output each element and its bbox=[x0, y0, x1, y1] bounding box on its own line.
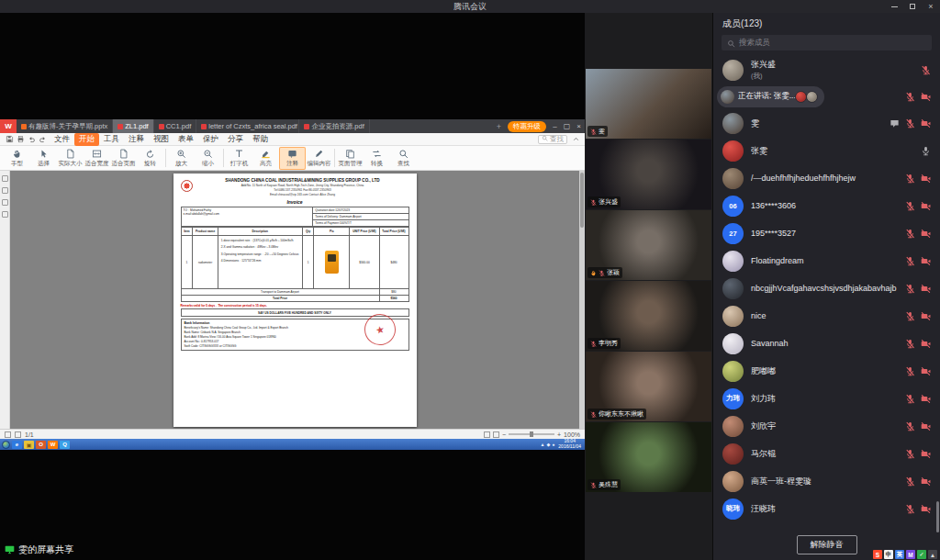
tray-icon[interactable]: 中 bbox=[884, 550, 893, 559]
member-row[interactable]: 商英一班-程雯璇 bbox=[713, 467, 940, 495]
cam-off-icon[interactable] bbox=[921, 118, 931, 129]
close-button[interactable]: × bbox=[922, 0, 940, 13]
tray-icon[interactable]: ▲ bbox=[928, 550, 937, 559]
pdf-close-button[interactable]: × bbox=[573, 119, 585, 133]
taskbar-app-icon[interactable]: W bbox=[48, 441, 58, 449]
menu-item[interactable]: 表单 bbox=[173, 133, 198, 146]
status-icon-2[interactable] bbox=[15, 431, 21, 438]
menu-item[interactable]: 帮助 bbox=[248, 133, 273, 146]
mic-off-icon[interactable] bbox=[905, 174, 915, 184]
chevron-up-icon[interactable] bbox=[570, 134, 581, 144]
menu-item[interactable]: 工具 bbox=[99, 133, 124, 146]
mic-off-icon[interactable] bbox=[905, 366, 915, 376]
status-icon-1[interactable] bbox=[5, 431, 11, 438]
mic-off-icon[interactable] bbox=[905, 421, 915, 431]
toolbar-button[interactable]: 适合宽度 bbox=[84, 147, 110, 170]
speaking-indicator-pill[interactable]: 正在讲话: 张雯... bbox=[717, 86, 824, 107]
start-button[interactable] bbox=[2, 441, 10, 449]
document-tab[interactable]: 企业竞拍资源.pdf bbox=[299, 119, 370, 133]
member-row[interactable]: 刘欣宇 bbox=[713, 412, 940, 440]
attachments-panel-icon[interactable] bbox=[2, 211, 8, 218]
cam-off-icon[interactable] bbox=[921, 339, 931, 349]
member-row[interactable]: 雯 bbox=[713, 109, 940, 137]
mic-off-icon[interactable] bbox=[905, 311, 915, 321]
video-tile[interactable]: 雯 bbox=[586, 69, 711, 139]
member-row[interactable]: 马尔锟 bbox=[713, 440, 940, 467]
mic-off-icon[interactable] bbox=[905, 229, 915, 239]
member-row[interactable]: 张雯 bbox=[713, 137, 940, 164]
toolbar-button[interactable]: 转换 bbox=[364, 147, 390, 170]
video-tile[interactable]: 吴殊慧 bbox=[586, 422, 711, 492]
video-tile[interactable]: 李明秀 bbox=[586, 281, 711, 351]
member-row[interactable]: /—duehfhfhjheduehfhfhjhejw bbox=[713, 164, 940, 192]
member-list-scrollbar[interactable] bbox=[936, 501, 939, 532]
toolbar-button[interactable]: 实际大小 bbox=[57, 147, 84, 170]
mic-off-icon[interactable] bbox=[905, 394, 915, 404]
pdf-search-box[interactable]: 查找 bbox=[538, 135, 567, 144]
pdf-maximize-button[interactable]: ▢ bbox=[561, 119, 573, 133]
member-row[interactable]: Savannah bbox=[713, 330, 940, 357]
tray-glyph[interactable]: ● bbox=[552, 442, 554, 447]
taskbar-app-icon[interactable]: Q bbox=[60, 441, 70, 449]
continuous-view-icon[interactable] bbox=[493, 431, 499, 438]
member-search-input[interactable]: 搜索成员 bbox=[722, 35, 932, 50]
toolbar-button[interactable]: 旋转 bbox=[137, 147, 163, 170]
cam-off-icon[interactable] bbox=[921, 476, 931, 487]
taskbar-app-icon[interactable]: e bbox=[12, 441, 22, 449]
member-row[interactable]: 张兴盛(我) bbox=[713, 56, 940, 84]
toolbar-button[interactable]: 放大 bbox=[168, 147, 195, 170]
cam-off-icon[interactable] bbox=[921, 311, 931, 321]
menu-item[interactable]: 视图 bbox=[149, 133, 173, 146]
toolbar-button[interactable]: 选择 bbox=[30, 147, 57, 170]
toolbar-button[interactable]: 手型 bbox=[4, 147, 30, 170]
mic-off-icon[interactable] bbox=[905, 476, 915, 487]
zoom-out-button[interactable]: − bbox=[502, 431, 506, 438]
mic-off-icon[interactable] bbox=[905, 118, 915, 129]
pdf-minimize-button[interactable]: – bbox=[549, 119, 561, 133]
menu-item[interactable]: 文件 bbox=[50, 133, 74, 146]
bookmarks-panel-icon[interactable] bbox=[2, 175, 8, 182]
menu-item[interactable]: 注释 bbox=[124, 133, 149, 146]
member-row[interactable]: 肥嘟嘟 bbox=[713, 357, 940, 385]
menu-item[interactable]: 保护 bbox=[198, 133, 223, 146]
cam-off-icon[interactable] bbox=[921, 504, 931, 514]
document-tab[interactable]: CC1.pdf bbox=[154, 119, 197, 133]
zoom-in-button[interactable]: + bbox=[557, 431, 561, 438]
cam-off-icon[interactable] bbox=[921, 256, 931, 266]
cam-off-icon[interactable] bbox=[921, 366, 931, 376]
undo-button[interactable] bbox=[26, 134, 37, 144]
tray-icon[interactable]: 英 bbox=[895, 550, 904, 559]
mic-off-icon[interactable] bbox=[921, 65, 931, 75]
toolbar-button[interactable]: 打字机 bbox=[226, 147, 252, 170]
mic-off-icon[interactable] bbox=[905, 284, 915, 294]
toolbar-button[interactable]: 适合页面 bbox=[110, 147, 137, 170]
member-row[interactable]: 力玮刘力玮 bbox=[713, 385, 940, 412]
document-tab[interactable]: letter of Czxts_africa seal.pdf bbox=[196, 119, 299, 133]
new-tab-button[interactable]: + bbox=[493, 119, 505, 133]
video-tile[interactable]: 你瞅东东不揪瞅 bbox=[586, 352, 711, 421]
menu-item[interactable]: 开始 bbox=[74, 133, 99, 146]
menu-item[interactable]: 分享 bbox=[223, 133, 248, 146]
mic-on-icon[interactable] bbox=[921, 146, 931, 156]
minimize-button[interactable] bbox=[885, 0, 903, 13]
unmute-button[interactable]: 解除静音 bbox=[797, 535, 857, 554]
upgrade-button[interactable]: 特惠升级 bbox=[508, 121, 546, 132]
cam-off-icon[interactable] bbox=[921, 421, 931, 431]
cam-off-icon[interactable] bbox=[921, 394, 931, 404]
toolbar-button[interactable]: 高亮 bbox=[252, 147, 279, 170]
single-page-view-icon[interactable] bbox=[484, 431, 490, 438]
comments-panel-icon[interactable] bbox=[2, 199, 8, 206]
mic-off-icon[interactable] bbox=[905, 256, 915, 266]
taskbar-clock[interactable]: 16:04 2016/11/04 bbox=[556, 439, 583, 450]
toolbar-button[interactable]: 缩小 bbox=[195, 147, 221, 170]
zoom-slider[interactable] bbox=[509, 433, 554, 435]
video-tile[interactable]: 张兴盛 bbox=[586, 140, 711, 209]
toolbar-button[interactable]: 页面管理 bbox=[337, 147, 364, 170]
redo-button[interactable] bbox=[37, 134, 48, 144]
mic-off-icon[interactable] bbox=[905, 201, 915, 211]
toolbar-button[interactable]: 编辑内容 bbox=[306, 147, 332, 170]
mic-off-icon[interactable] bbox=[905, 339, 915, 349]
tray-icon[interactable]: S bbox=[873, 550, 882, 559]
video-tile[interactable]: 张颖 bbox=[586, 210, 711, 280]
member-row[interactable]: 晓玮汪晓玮 bbox=[713, 495, 940, 522]
